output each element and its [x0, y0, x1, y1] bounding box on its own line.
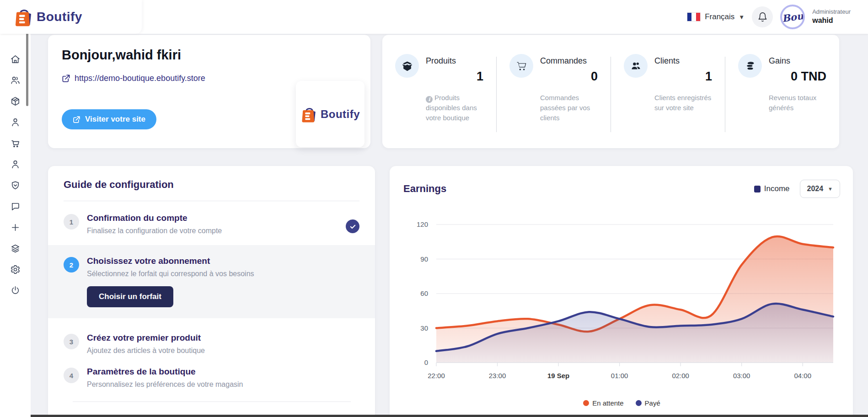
year-dropdown[interactable]: 2024 ▼	[800, 180, 840, 198]
user-avatar[interactable]: Bou	[780, 5, 805, 29]
bell-icon	[757, 12, 768, 22]
step-number: 2	[64, 257, 79, 273]
guide-step-1[interactable]: 1 Confirmation du compte Finalisez la co…	[48, 201, 375, 235]
stat-description: iProduits disponibles dans votre boutiqu…	[426, 93, 487, 123]
left-sidebar	[0, 34, 31, 417]
user-meta[interactable]: Administrateur wahid	[812, 8, 851, 26]
earnings-title: Earnings	[403, 183, 446, 195]
legend-dot-icon	[583, 400, 589, 406]
legend-item-paye[interactable]: Payé	[636, 399, 660, 407]
chevron-down-icon: ▼	[739, 14, 745, 21]
user-icon	[10, 117, 21, 128]
step-description: Ajoutez des articles à votre boutique	[87, 347, 359, 355]
stat-description: Commandes passées par vos clients	[540, 93, 601, 123]
greeting-title: Bonjour,wahid fkiri	[62, 48, 357, 63]
customer-icon	[10, 159, 21, 170]
home-icon	[10, 54, 21, 64]
sidebar-scrollbar[interactable]	[26, 32, 28, 106]
svg-text:23:00: 23:00	[489, 372, 506, 380]
guide-step-2-band: 2 Choisissez votre abonnement Sélectionn…	[48, 245, 375, 318]
step-title: Créez votre premier produit	[87, 333, 359, 343]
cart-icon	[509, 54, 533, 78]
stat-description: Revenus totaux générés	[769, 93, 830, 113]
stat-description: Clients enregistrés sur votre site	[654, 93, 716, 113]
visit-site-button[interactable]: Visiter votre site	[62, 109, 156, 129]
stat-label: Commandes	[540, 56, 601, 66]
users-icon	[624, 54, 648, 78]
sidebar-item-customers[interactable]	[5, 154, 26, 175]
income-label: Income	[764, 184, 790, 193]
sidebar-item-add[interactable]	[5, 217, 26, 238]
step-title: Confirmation du compte	[87, 213, 338, 223]
svg-text:0: 0	[424, 358, 428, 366]
step-title: Choisissez votre abonnement	[87, 256, 359, 266]
stat-gains: Gains 0 TND Revenus totaux générés	[725, 54, 839, 148]
sidebar-item-profile[interactable]	[5, 112, 26, 133]
step-number: 4	[64, 368, 79, 383]
guide-title: Guide de configuration	[48, 179, 375, 191]
sidebar-item-team[interactable]	[5, 70, 26, 91]
sidebar-item-logout[interactable]	[5, 280, 26, 301]
legend-label: En attente	[592, 399, 623, 407]
store-logo-card: Boutify	[296, 81, 364, 147]
notifications-button[interactable]	[752, 6, 773, 27]
year-value: 2024	[807, 185, 824, 193]
language-selector[interactable]: Français ▼	[687, 12, 745, 21]
coins-icon	[738, 54, 762, 78]
svg-text:30: 30	[420, 324, 428, 332]
store-logo: Boutify	[300, 105, 360, 123]
legend-label: Payé	[645, 399, 660, 407]
shield-check-icon	[10, 180, 21, 191]
divider	[73, 401, 351, 402]
user-name: wahid	[812, 16, 851, 26]
sidebar-item-plans[interactable]	[5, 238, 26, 259]
top-header: Boutify Français ▼ Bou Administra	[0, 0, 868, 34]
sidebar-item-messages[interactable]	[5, 196, 26, 217]
svg-text:90: 90	[420, 255, 428, 263]
sidebar-item-security[interactable]	[5, 175, 26, 196]
header-actions: Français ▼ Bou Administrateur wahid	[687, 5, 868, 29]
stat-value: 1	[654, 70, 716, 84]
user-role: Administrateur	[812, 8, 851, 16]
svg-text:120: 120	[417, 220, 428, 228]
guide-step-4[interactable]: 4 Paramètres de la boutique Personnalise…	[48, 355, 375, 389]
legend-item-en-attente[interactable]: En attente	[583, 399, 623, 407]
france-flag-icon	[687, 12, 701, 21]
svg-text:04:00: 04:00	[794, 372, 811, 380]
sidebar-item-home[interactable]	[5, 48, 26, 70]
guide-step-2[interactable]: 2 Choisissez votre abonnement Sélectionn…	[48, 256, 375, 307]
step-description: Personnalisez les préférences de votre m…	[87, 380, 359, 389]
logout-icon	[10, 285, 21, 296]
dashboard-page: Boutify Français ▼ Bou Administra	[0, 0, 868, 417]
stat-value: 0	[540, 70, 601, 84]
svg-text:19 Sep: 19 Sep	[547, 372, 569, 380]
step-number: 1	[64, 214, 79, 230]
choose-plan-button[interactable]: Choisir un forfait	[87, 286, 173, 307]
stat-label: Clients	[654, 56, 716, 66]
stat-value: 1	[426, 70, 487, 84]
stat-clients: Clients 1 Clients enregistrés sur votre …	[611, 54, 725, 148]
svg-text:03:00: 03:00	[733, 372, 750, 380]
svg-text:01:00: 01:00	[611, 372, 628, 380]
sidebar-item-settings[interactable]	[5, 259, 26, 280]
package-icon	[10, 96, 21, 107]
horizontal-scrollbar[interactable]	[31, 415, 868, 417]
stat-products: Produits 1 iProduits disponibles dans vo…	[382, 54, 496, 148]
brand-logo[interactable]: Boutify	[14, 6, 82, 27]
guide-step-3[interactable]: 3 Créez votre premier produit Ajoutez de…	[48, 318, 375, 355]
external-link-icon	[73, 116, 80, 123]
income-legend[interactable]: Income	[754, 184, 790, 193]
stat-value: 0 TND	[769, 70, 830, 84]
earnings-chart: 030609012022:0023:0019 Sep01:0002:0003:0…	[403, 209, 840, 407]
stat-orders: Commandes 0 Commandes passées par vos cl…	[497, 54, 611, 148]
sidebar-item-orders[interactable]	[5, 133, 26, 154]
caret-down-icon: ▼	[828, 186, 833, 192]
brand-name: Boutify	[321, 108, 360, 121]
sidebar-item-products[interactable]	[5, 91, 26, 112]
shopping-bag-logo-icon	[300, 105, 318, 123]
stat-label: Gains	[769, 56, 830, 66]
check-badge-icon	[346, 219, 359, 233]
avatar-text: Bou	[781, 10, 804, 24]
stats-card: Produits 1 iProduits disponibles dans vo…	[382, 35, 839, 148]
chart-legend: En attente Payé	[403, 399, 840, 407]
